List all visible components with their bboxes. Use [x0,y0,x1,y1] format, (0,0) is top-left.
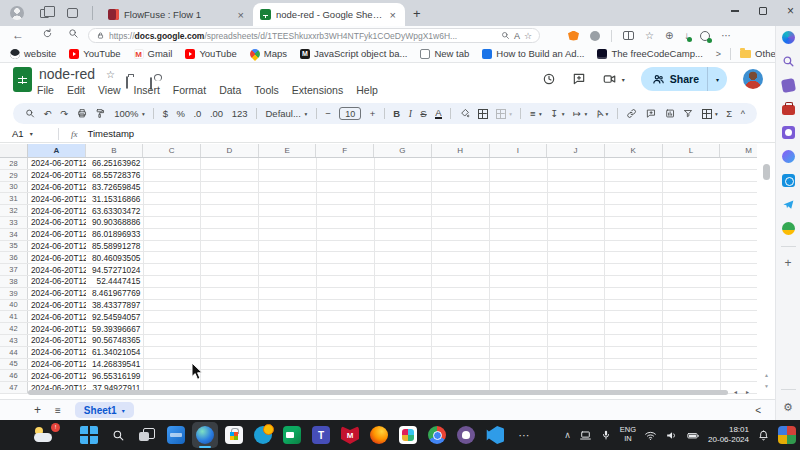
table-row[interactable]: 362024-06-20T12:280.46093505 [0,252,757,264]
bookmark-item[interactable]: Maps [250,48,287,59]
read-aloud-icon[interactable]: A [514,31,520,41]
timestamp-cell[interactable]: 2024-06-20T12:2 [28,229,86,240]
comments-icon[interactable] [572,72,586,86]
timestamp-cell[interactable]: 2024-06-20T12:2 [28,335,86,346]
row-number-cell[interactable]: 31 [0,193,28,204]
bookmark-item[interactable]: YouTube [69,48,120,59]
timestamp-cell[interactable]: 2024-06-20T12:2 [28,359,86,370]
column-header-M[interactable]: M [720,144,757,157]
new-tab-button[interactable]: + [413,6,421,21]
scroll-down-icon[interactable]: ▼ [764,383,769,389]
battery-icon[interactable] [686,429,700,442]
italic-button[interactable]: I [409,109,412,119]
select-all-corner[interactable] [0,144,28,157]
row-number-cell[interactable]: 39 [0,288,28,299]
row-number-cell[interactable]: 37 [0,264,28,275]
column-header-B[interactable]: B [86,144,144,157]
collapse-sidebar-icon[interactable]: < [755,405,761,416]
wifi-icon[interactable] [644,429,657,442]
text-rotate-button[interactable]: A [594,107,604,120]
volume-icon[interactable] [665,429,678,442]
tab-actions-icon[interactable] [67,8,78,18]
all-sheets-icon[interactable]: ≡ [55,405,61,416]
row-number-cell[interactable]: 32 [0,205,28,216]
value-cell[interactable]: 38.43377897 [86,300,144,311]
value-cell[interactable]: 83.72659845 [86,182,144,193]
row-number-cell[interactable]: 47 [0,382,28,393]
taskbar-teams-icon[interactable] [308,422,334,448]
value-cell[interactable]: 31.15316866 [86,193,144,204]
spreadsheet-grid[interactable]: 282024-06-20T12:266.25163962292024-06-20… [0,158,757,394]
column-header-L[interactable]: L [663,144,721,157]
fill-color-icon[interactable] [460,108,470,119]
font-select[interactable]: Defaul... [265,108,300,119]
minimize-button[interactable] [731,10,739,11]
timestamp-cell[interactable]: 2024-06-20T12:2 [28,252,86,263]
menu-file[interactable]: File [37,84,54,96]
formula-input[interactable]: Timestamp [88,128,135,139]
table-row[interactable]: 392024-06-20T12:28.461967769 [0,288,757,300]
value-cell[interactable]: 63.63303472 [86,205,144,216]
column-header-D[interactable]: D [201,144,259,157]
m365-sidebar-icon[interactable] [782,126,795,139]
scroll-up-icon[interactable]: ▲ [764,372,769,378]
share-button[interactable]: Share ▾ [641,67,727,91]
name-box[interactable]: A1▾ [0,128,58,139]
sheet-tab-sheet1[interactable]: Sheet1 ▾ [75,402,134,418]
vertical-scrollbar[interactable]: ▲ ▼ [757,144,775,394]
taskbar-store-icon[interactable] [221,422,247,448]
menu-help[interactable]: Help [356,84,378,96]
font-size-input[interactable]: 10 [339,107,361,120]
taskbar-corner-icon[interactable] [778,426,796,444]
close-button[interactable]: × [787,5,794,17]
text-wrap-button[interactable]: ↦ [573,108,581,119]
sidebar-settings-icon[interactable]: ⚙ [782,401,795,414]
bookmark-item[interactable]: The freeCodeCamp... [597,48,702,59]
taskbar-vscode-icon[interactable] [482,422,508,448]
taskbar-edge-icon[interactable] [192,422,218,448]
table-row[interactable]: 342024-06-20T12:286.01896933 [0,229,757,241]
bookmark-item[interactable]: New tab [420,48,469,59]
sheets-logo-icon[interactable] [13,67,32,92]
column-header-H[interactable]: H [432,144,490,157]
more-formats-button[interactable]: 123 [232,108,248,119]
table-row[interactable]: 282024-06-20T12:266.25163962 [0,158,757,170]
increase-decimals-button[interactable]: .00 [210,108,223,119]
add-sheet-button[interactable]: + [34,403,41,417]
hide-menus-button[interactable]: ^ [741,109,745,119]
taskbar-chrome-icon[interactable] [424,422,450,448]
font-size-decrease-button[interactable]: − [325,108,331,119]
timestamp-cell[interactable]: 2024-06-20T12:2 [28,300,86,311]
value-cell[interactable]: 90.90368886 [86,217,144,228]
print-icon[interactable] [77,108,87,119]
tab-close-icon[interactable]: × [236,9,246,21]
timestamp-cell[interactable]: 2024-06-20T12:2 [28,193,86,204]
row-number-cell[interactable]: 33 [0,217,28,228]
row-number-cell[interactable]: 28 [0,158,28,169]
row-number-cell[interactable]: 30 [0,182,28,193]
timestamp-cell[interactable]: 2024-06-20T12:2 [28,217,86,228]
tab-google-sheets[interactable]: node-red - Google Sheets × [253,3,405,26]
row-number-cell[interactable]: 34 [0,229,28,240]
format-percent-button[interactable]: % [177,108,185,119]
menu-edit[interactable]: Edit [67,84,85,96]
taskbar-task-view-icon[interactable] [134,422,160,448]
value-cell[interactable]: 52.4447415 [86,276,144,287]
table-views-icon[interactable] [702,109,711,119]
extension-icon[interactable] [590,31,600,41]
menu-view[interactable]: View [98,84,121,96]
tab-flowfuse[interactable]: FlowFuse : Flow 1 × [101,3,253,26]
value-cell[interactable]: 68.55728376 [86,170,144,181]
menu-tools[interactable]: Tools [254,84,279,96]
table-row[interactable]: 312024-06-20T12:231.15316866 [0,193,757,205]
taskbar-github-icon[interactable] [453,422,479,448]
scrollbar-thumb[interactable] [28,390,728,395]
taskbar-slack-icon[interactable] [395,422,421,448]
bookmark-item[interactable]: JavaScript object ba... [300,48,407,59]
taskbar-more-icon[interactable]: ⋯ [511,422,537,448]
value-cell[interactable]: 92.54594057 [86,311,144,322]
table-row[interactable]: 322024-06-20T12:263.63303472 [0,205,757,217]
bookmarks-overflow-icon[interactable]: > [716,49,721,59]
table-row[interactable]: 332024-06-20T12:290.90368886 [0,217,757,229]
star-document-icon[interactable]: ☆ [106,69,115,80]
